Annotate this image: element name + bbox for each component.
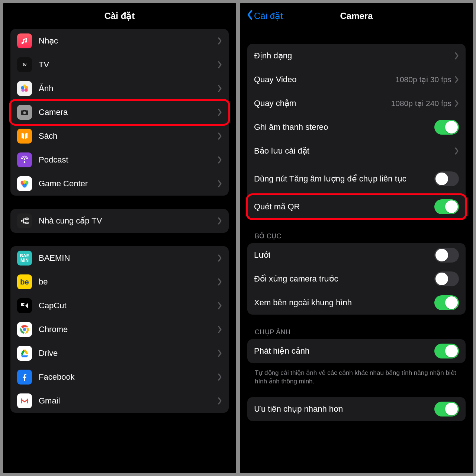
setting-scene[interactable]: Phát hiện cảnh [247, 339, 466, 363]
gc-icon [17, 176, 32, 191]
svg-point-8 [22, 183, 27, 188]
toggle-volburst[interactable] [434, 171, 459, 186]
toggle-qr[interactable] [434, 199, 459, 214]
settings-row-baemin[interactable]: BAEMINBAEMIN [10, 246, 229, 270]
row-label: Ghi âm thanh stereo [254, 122, 434, 132]
books-icon [17, 129, 32, 144]
settings-row-chrome[interactable]: Chrome [10, 318, 229, 341]
toggle-scene[interactable] [434, 344, 459, 358]
settings-row-books[interactable]: Sách [10, 124, 229, 148]
gmail-icon [17, 393, 32, 408]
setting-format[interactable]: Định dạng [247, 44, 466, 68]
toggle-mirror[interactable] [434, 271, 459, 286]
settings-row-prov[interactable]: Nhà cung cấp TV [10, 209, 229, 233]
row-label: Quay chậm [254, 98, 391, 109]
settings-row-be[interactable]: bebe [10, 270, 229, 294]
row-label: Drive [39, 348, 218, 358]
chevron-right-icon [454, 100, 459, 107]
settings-row-photos[interactable]: Ảnh [10, 77, 229, 100]
music-icon [17, 33, 32, 48]
row-label: Game Center [39, 178, 218, 189]
section-header: CHỤP ẢNH [247, 328, 466, 339]
chevron-right-icon [218, 132, 222, 140]
chevron-right-icon [218, 302, 222, 309]
toggle-outside[interactable] [434, 295, 459, 310]
section-footer: Tự động cải thiện ảnh về các cảnh khác n… [247, 366, 466, 386]
setting-preserve[interactable]: Bảo lưu cài đặt [247, 139, 466, 163]
fb-icon [17, 370, 32, 385]
back-button[interactable]: Cài đặt [247, 10, 283, 22]
toggle-stereo[interactable] [434, 120, 459, 135]
settings-row-tv[interactable]: tvTV [10, 53, 229, 77]
settings-row-podcast[interactable]: Podcast [10, 148, 229, 172]
chevron-right-icon [454, 147, 459, 155]
page-title: Cài đặt Camera [240, 3, 473, 29]
svg-point-5 [24, 158, 26, 160]
row-label: Sách [39, 131, 218, 141]
setting-slomo[interactable]: Quay chậm1080p tại 240 fps [247, 91, 466, 115]
row-label: TV [39, 60, 218, 70]
row-label: Gmail [39, 396, 218, 406]
row-label: Đối xứng camera trước [254, 274, 434, 284]
camera-settings-list: Định dạngQuay Video1080p tại 30 fpsQuay … [240, 29, 473, 473]
settings-pane: Cài đặt Nhạc tvTVẢnhCameraSáchPodcastGam… [3, 3, 236, 473]
row-label: Dùng nút Tăng âm lượng để chụp liên tục [254, 174, 434, 184]
settings-row-camera[interactable]: Camera [10, 100, 229, 124]
row-label: Nhà cung cấp TV [39, 216, 218, 226]
row-label: Bảo lưu cài đặt [254, 146, 454, 156]
chevron-right-icon [218, 109, 222, 116]
settings-row-gc[interactable]: Game Center [10, 172, 229, 196]
svg-point-2 [25, 89, 28, 92]
chevron-right-icon [218, 278, 222, 286]
baemin-icon: BAEMIN [17, 251, 32, 266]
toggle-fastshot[interactable] [434, 402, 459, 416]
settings-row-capcut[interactable]: CapCut [10, 294, 229, 318]
page-title: Cài đặt [3, 3, 236, 29]
row-label: Podcast [39, 155, 218, 165]
settings-row-music[interactable]: Nhạc [10, 29, 229, 53]
svg-point-4 [21, 86, 24, 90]
row-label: Xem bên ngoài khung hình [254, 298, 434, 308]
chevron-right-icon [454, 52, 459, 60]
row-label: Nhạc [39, 36, 218, 46]
chevron-right-icon [218, 180, 222, 187]
row-label: Quét mã QR [254, 202, 434, 212]
row-label: be [39, 277, 218, 287]
title-label: Camera [340, 11, 373, 21]
row-label: Camera [39, 107, 218, 118]
chevron-right-icon [218, 326, 222, 333]
toggle-grid[interactable] [434, 248, 459, 263]
setting-mirror[interactable]: Đối xứng camera trước [247, 267, 466, 291]
setting-fastshot[interactable]: Ưu tiên chụp nhanh hơn [247, 397, 466, 421]
svg-point-9 [23, 180, 26, 184]
setting-recvid[interactable]: Quay Video1080p tại 30 fps [247, 68, 466, 91]
settings-row-drive[interactable]: Drive [10, 341, 229, 365]
camera-icon [17, 105, 32, 120]
settings-row-gmail[interactable]: Gmail [10, 389, 229, 413]
row-label: Ưu tiên chụp nhanh hơn [254, 404, 434, 414]
chevron-right-icon [218, 217, 222, 225]
section-header: BỐ CỤC [247, 232, 466, 243]
chevron-right-icon [218, 397, 222, 405]
setting-stereo[interactable]: Ghi âm thanh stereo [247, 115, 466, 139]
setting-outside[interactable]: Xem bên ngoài khung hình [247, 291, 466, 315]
chevron-right-icon [218, 373, 222, 381]
row-label: CapCut [39, 300, 218, 311]
chevron-left-icon [247, 10, 253, 22]
setting-qr[interactable]: Quét mã QR [247, 195, 466, 219]
setting-volburst[interactable]: Dùng nút Tăng âm lượng để chụp liên tục [247, 163, 466, 195]
be-icon: be [17, 274, 32, 289]
row-value: 1080p tại 240 fps [391, 99, 451, 108]
row-value: 1080p tại 30 fps [395, 75, 451, 84]
setting-grid[interactable]: Lưới [247, 243, 466, 267]
row-label: Lưới [254, 250, 434, 260]
row-label: Định dạng [254, 51, 454, 61]
chevron-right-icon [218, 37, 222, 45]
row-label: Chrome [39, 324, 218, 335]
photos-icon [17, 81, 32, 96]
row-label: BAEMIN [39, 253, 218, 263]
back-label: Cài đặt [254, 11, 283, 21]
tv-icon: tv [17, 57, 32, 72]
chevron-right-icon [218, 61, 222, 68]
settings-row-fb[interactable]: Facebook [10, 365, 229, 389]
